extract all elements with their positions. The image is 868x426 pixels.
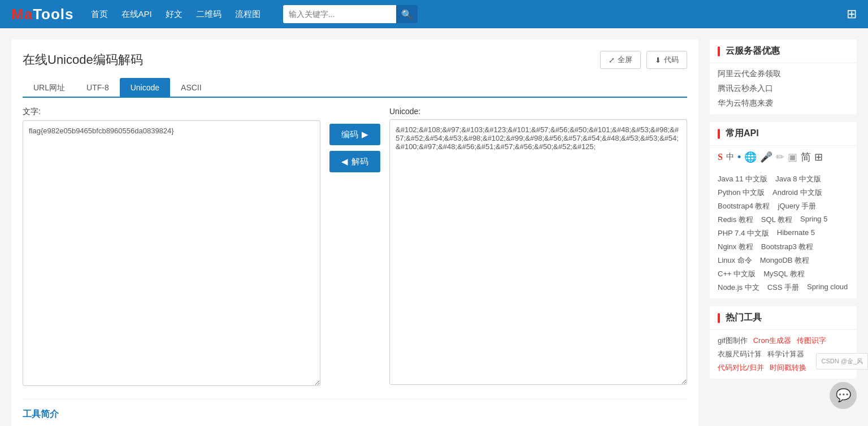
icon-dot[interactable]: • bbox=[737, 151, 741, 163]
hot-tool-gif[interactable]: gif图制作 bbox=[718, 336, 748, 346]
hot-section-title: 热门工具 bbox=[710, 306, 857, 330]
api-link-jquery[interactable]: jQuery 手册 bbox=[778, 201, 817, 211]
tab-unicode[interactable]: Unicode bbox=[120, 78, 170, 98]
tab-ascii[interactable]: ASCII bbox=[170, 78, 212, 98]
api-links-container: Java 11 中文版 Java 8 中文版 Python 中文版 Androi… bbox=[710, 168, 857, 298]
chat-icon: 💬 bbox=[836, 388, 851, 403]
icon-zh[interactable]: 中 bbox=[726, 152, 734, 162]
download-code-button[interactable]: ⬇ 代码 bbox=[646, 51, 687, 69]
logo: MaTools bbox=[11, 6, 74, 23]
icon-grid[interactable]: ⊞ bbox=[814, 151, 823, 163]
api-link-sql[interactable]: SQL 教程 bbox=[761, 215, 792, 225]
hot-tool-clothes[interactable]: 衣服尺码计算 bbox=[718, 349, 762, 359]
intro-title: 工具简介 bbox=[23, 408, 687, 420]
qr-icon[interactable]: ⊞ bbox=[847, 7, 857, 21]
encode-label: 编码 bbox=[341, 129, 358, 140]
api-link-nodejs[interactable]: Node.js 中文 bbox=[718, 282, 760, 293]
nav-api[interactable]: 在线API bbox=[121, 9, 152, 20]
text-label: 文字: bbox=[23, 107, 320, 117]
hot-tool-calculator[interactable]: 科学计算器 bbox=[767, 349, 804, 359]
tool-icons-row: S 中 • 🌐 🎤 ✏ ▣ 简 ⊞ bbox=[710, 146, 857, 168]
decode-button[interactable]: ◀ 解码 bbox=[329, 151, 380, 172]
api-section: 常用API S 中 • 🌐 🎤 ✏ ▣ 简 ⊞ Java 11 中文版 Java… bbox=[710, 122, 857, 298]
csdn-area: CSDN @金_风 bbox=[816, 353, 868, 370]
unicode-label: Unicode: bbox=[389, 107, 687, 116]
cloud-links: 阿里云代金券领取 腾讯云秒杀入口 华为云特惠来袭 bbox=[710, 63, 857, 114]
fullscreen-icon: ⤢ bbox=[609, 56, 615, 64]
cloud-section: 云服务器优惠 阿里云代金券领取 腾讯云秒杀入口 华为云特惠来袭 bbox=[710, 40, 857, 114]
api-link-cpp[interactable]: C++ 中文版 bbox=[718, 269, 756, 279]
search-bar: 🔍 bbox=[283, 5, 418, 23]
tab-utf8[interactable]: UTF-8 bbox=[76, 78, 120, 98]
text-section: 文字: flag{e982e05b9465bfcb8960556da083982… bbox=[23, 107, 320, 388]
text-input[interactable]: flag{e982e05b9465bfcb8960556da0839824} bbox=[23, 120, 320, 386]
api-link-bootstrap3[interactable]: Bootstrap3 教程 bbox=[761, 242, 814, 252]
hot-tool-timestamp[interactable]: 时间戳转换 bbox=[770, 363, 806, 373]
unicode-section: Unicode: &#102;&#108;&#97;&#103;&#123;&#… bbox=[389, 107, 687, 386]
header: MaTools 首页 在线API 好文 二维码 流程图 🔍 ⊞ bbox=[0, 0, 868, 28]
download-label: 代码 bbox=[664, 55, 679, 65]
btn-group: 编码 ▶ ◀ 解码 bbox=[329, 107, 380, 172]
decode-label: 解码 bbox=[351, 157, 368, 167]
icon-video[interactable]: ▣ bbox=[788, 151, 797, 163]
api-links-grid: Java 11 中文版 Java 8 中文版 Python 中文版 Androi… bbox=[718, 174, 849, 293]
header-right: ⊞ bbox=[847, 7, 857, 21]
tabs: URL网址 UTF-8 Unicode ASCII bbox=[23, 78, 687, 98]
content-area: 在线Unicode编码解码 ⤢ 全屏 ⬇ 代码 URL网址 UTF-8 Unic… bbox=[11, 40, 698, 426]
tool-area: 文字: flag{e982e05b9465bfcb8960556da083982… bbox=[23, 107, 687, 388]
cloud-section-title: 云服务器优惠 bbox=[710, 40, 857, 63]
cloud-link-huawei[interactable]: 华为云特惠来袭 bbox=[718, 98, 849, 108]
hot-tools-row-0: gif图制作 Cron生成器 传图识字 bbox=[718, 336, 849, 346]
search-button[interactable]: 🔍 bbox=[396, 5, 418, 23]
sougou-icon[interactable]: S bbox=[718, 152, 723, 162]
api-link-springcloud[interactable]: Spring cloud bbox=[807, 282, 848, 293]
decode-arrow-icon: ◀ bbox=[341, 157, 348, 167]
icon-mic[interactable]: 🎤 bbox=[760, 151, 772, 163]
unicode-output[interactable]: &#102;&#108;&#97;&#103;&#123;&#101;&#57;… bbox=[389, 119, 687, 385]
page-header: 在线Unicode编码解码 ⤢ 全屏 ⬇ 代码 bbox=[23, 51, 687, 69]
cloud-link-aliyun[interactable]: 阿里云代金券领取 bbox=[718, 69, 849, 79]
nav-articles[interactable]: 好文 bbox=[166, 9, 183, 20]
api-link-css[interactable]: CSS 手册 bbox=[767, 282, 799, 293]
hot-tool-diff[interactable]: 代码对比/归并 bbox=[718, 363, 764, 373]
api-link-hibernate5[interactable]: Hibernate 5 bbox=[777, 228, 815, 238]
api-link-mongodb[interactable]: MongoDB 教程 bbox=[760, 255, 809, 266]
nav-flowchart[interactable]: 流程图 bbox=[235, 9, 261, 20]
hot-tool-ocr[interactable]: 传图识字 bbox=[797, 336, 826, 346]
icon-globe[interactable]: 🌐 bbox=[744, 151, 757, 163]
api-link-python[interactable]: Python 中文版 bbox=[718, 188, 765, 198]
search-input[interactable] bbox=[283, 5, 396, 23]
api-link-bootstrap4[interactable]: Bootstrap4 教程 bbox=[718, 201, 770, 211]
csdn-label: CSDN @金_风 bbox=[821, 357, 863, 366]
api-link-mysql[interactable]: MySQL 教程 bbox=[763, 269, 804, 279]
download-icon: ⬇ bbox=[655, 56, 661, 64]
nav-qrcode[interactable]: 二维码 bbox=[196, 9, 222, 20]
tool-intro: 工具简介 本工具是Unicode编码转换，为您提供Unicode与中文互转，在文… bbox=[23, 399, 687, 426]
main-container: 在线Unicode编码解码 ⤢ 全屏 ⬇ 代码 URL网址 UTF-8 Unic… bbox=[0, 28, 868, 426]
logo-tools: Tools bbox=[33, 6, 73, 23]
page-actions: ⤢ 全屏 ⬇ 代码 bbox=[600, 51, 687, 69]
api-section-title: 常用API bbox=[710, 122, 857, 146]
encode-arrow-icon: ▶ bbox=[362, 129, 368, 140]
tab-url[interactable]: URL网址 bbox=[23, 78, 76, 98]
icon-pen[interactable]: ✏ bbox=[776, 151, 784, 163]
nav: 首页 在线API 好文 二维码 流程图 bbox=[91, 9, 261, 20]
page-title: 在线Unicode编码解码 bbox=[23, 51, 143, 68]
hot-tool-cron[interactable]: Cron生成器 bbox=[753, 336, 791, 346]
encode-button[interactable]: 编码 ▶ bbox=[329, 124, 380, 145]
icon-brief[interactable]: 简 bbox=[801, 150, 811, 164]
chat-bubble[interactable]: 💬 bbox=[830, 382, 857, 409]
api-link-android[interactable]: Android 中文版 bbox=[772, 188, 822, 198]
api-link-redis[interactable]: Redis 教程 bbox=[718, 215, 753, 225]
nav-home[interactable]: 首页 bbox=[91, 9, 108, 20]
api-link-linux[interactable]: Linux 命令 bbox=[718, 255, 752, 266]
fullscreen-button[interactable]: ⤢ 全屏 bbox=[600, 51, 641, 69]
api-link-nginx[interactable]: Nginx 教程 bbox=[718, 242, 753, 252]
api-link-java8[interactable]: Java 8 中文版 bbox=[775, 174, 821, 184]
api-link-spring5[interactable]: Spring 5 bbox=[800, 215, 827, 225]
fullscreen-label: 全屏 bbox=[618, 55, 632, 65]
cloud-link-tencent[interactable]: 腾讯云秒杀入口 bbox=[718, 84, 849, 94]
api-link-php74[interactable]: PHP 7.4 中文版 bbox=[718, 228, 769, 238]
api-link-java11[interactable]: Java 11 中文版 bbox=[718, 174, 767, 184]
logo-ma: Ma bbox=[11, 6, 33, 23]
